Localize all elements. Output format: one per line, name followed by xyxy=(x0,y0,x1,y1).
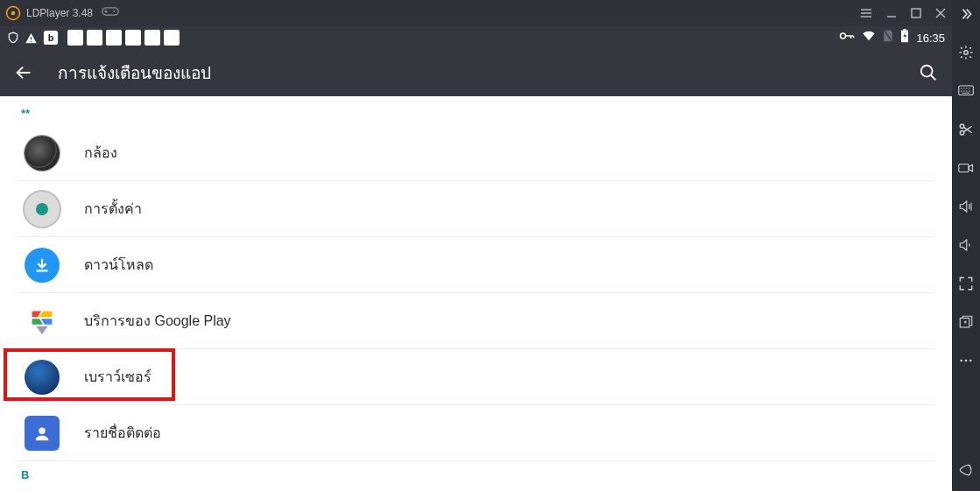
emulator-sidebar xyxy=(952,0,980,491)
more-icon[interactable] xyxy=(955,350,976,371)
no-sim-icon xyxy=(883,30,893,46)
svg-point-3 xyxy=(113,11,115,12)
search-button[interactable] xyxy=(919,63,938,82)
svg-point-19 xyxy=(960,360,962,362)
wifi-icon xyxy=(862,30,876,46)
svg-point-11 xyxy=(921,66,933,77)
svg-rect-10 xyxy=(904,29,906,31)
collapse-sidebar-icon[interactable] xyxy=(955,4,976,25)
record-video-icon[interactable] xyxy=(955,158,976,179)
svg-point-12 xyxy=(39,427,45,433)
notification-boxes xyxy=(67,30,180,46)
fullscreen-icon[interactable] xyxy=(955,273,976,294)
volume-up-icon[interactable] xyxy=(955,196,976,217)
svg-rect-14 xyxy=(959,86,974,95)
titlebar: LDPlayer 3.48 xyxy=(0,0,952,26)
android-back-icon[interactable] xyxy=(955,459,976,480)
app-label: การตั้งค่า xyxy=(84,198,142,220)
section-header: ** xyxy=(18,105,952,125)
svg-point-8 xyxy=(841,33,846,39)
keyboard-icon[interactable] xyxy=(955,81,976,102)
camera-icon xyxy=(25,136,60,171)
svg-point-20 xyxy=(965,360,968,362)
app-list: ** กล้อง การตั้งค่า ดาวน์โหลด xyxy=(0,96,952,491)
svg-point-1 xyxy=(11,11,16,16)
settings-icon xyxy=(25,192,60,227)
app-item-contacts[interactable]: รายชื่อติดต่อ xyxy=(18,405,934,461)
app-label: กล้อง xyxy=(84,142,117,164)
app-b-icon: b xyxy=(43,30,59,46)
warning-icon xyxy=(25,32,38,45)
section-header: B xyxy=(18,466,952,487)
android-statusbar: b 16:35 xyxy=(0,26,952,49)
svg-text:b: b xyxy=(48,32,54,43)
ldplayer-logo-icon xyxy=(5,5,21,21)
page-header: การแจ้งเตือนของแอป xyxy=(0,49,952,96)
app-item-download[interactable]: ดาวน์โหลด xyxy=(18,237,934,293)
scissors-icon[interactable] xyxy=(955,119,976,140)
download-icon xyxy=(25,248,60,283)
highlight-annotation xyxy=(4,348,175,401)
svg-rect-18 xyxy=(960,319,969,328)
app-item-google-play-services[interactable]: บริการของ Google Play xyxy=(18,293,934,349)
status-time: 16:35 xyxy=(916,32,945,45)
app-name: LDPlayer 3.48 xyxy=(26,7,93,19)
app-item-settings[interactable]: การตั้งค่า xyxy=(18,181,934,237)
maximize-button[interactable] xyxy=(910,6,922,20)
gear-icon[interactable] xyxy=(955,42,976,63)
app-label: รายชื่อติดต่อ xyxy=(84,422,161,444)
vpn-key-icon xyxy=(839,30,855,46)
multi-window-icon[interactable] xyxy=(955,312,976,333)
svg-rect-17 xyxy=(959,165,969,172)
svg-point-21 xyxy=(969,360,972,362)
volume-down-icon[interactable] xyxy=(955,235,976,256)
app-label: บริการของ Google Play xyxy=(84,310,231,332)
hamburger-icon[interactable] xyxy=(859,6,873,20)
svg-rect-4 xyxy=(912,9,920,18)
contacts-icon xyxy=(25,416,60,451)
shield-icon xyxy=(7,32,19,44)
app-item-camera[interactable]: กล้อง xyxy=(18,125,934,181)
minimize-button[interactable] xyxy=(885,6,898,20)
svg-point-5 xyxy=(31,40,32,41)
gamepad-icon xyxy=(102,5,119,21)
back-button[interactable] xyxy=(14,63,33,82)
svg-point-13 xyxy=(964,51,969,55)
page-title: การแจ้งเตือนของแอป xyxy=(58,60,211,86)
google-play-icon xyxy=(25,304,60,339)
battery-charging-icon xyxy=(900,29,909,46)
app-label: ดาวน์โหลด xyxy=(84,254,153,276)
close-button[interactable] xyxy=(934,6,947,20)
